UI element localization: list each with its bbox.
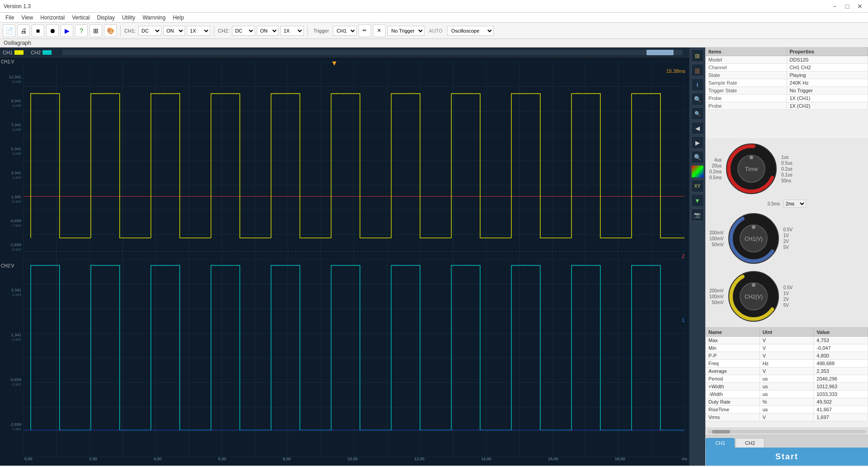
menu-file[interactable]: File (2, 13, 18, 23)
ch2-knob-svg[interactable]: CH2(V) (726, 269, 781, 324)
toolbar: 📄 🖨 ■ ⏺ ▶ ? ⊞ 🎨 CH1: DCACGND ONOFF 1X10X… (0, 23, 868, 39)
y-label-n2659: -2,659-9,902 (0, 243, 23, 252)
ch1-on-select[interactable]: ONOFF (163, 26, 185, 36)
menu-utility[interactable]: Utility (118, 13, 139, 23)
props-value: Playing (787, 71, 868, 79)
stat-name: Vrms (706, 414, 760, 421)
ch1-knob-svg[interactable]: CH1(V) (726, 211, 781, 266)
menu-vertical[interactable]: Vertical (68, 13, 93, 23)
side-zoom-btn2[interactable]: 🔍 (691, 151, 704, 163)
ch1-knob-container[interactable]: CH1(V) (726, 211, 781, 266)
ch2-0.5v: 0.5V (783, 285, 793, 290)
close-button[interactable]: ✕ (855, 2, 864, 11)
menu-display[interactable]: Display (94, 13, 118, 23)
scroll-thumb (646, 50, 674, 55)
scrollbar-track[interactable] (708, 430, 866, 434)
osc-canvas (0, 57, 689, 466)
props-value: 240K Hz (787, 79, 868, 86)
record-button[interactable]: ⏺ (46, 24, 59, 37)
y-label-7341: 7,3412,098 (0, 123, 23, 132)
stat-name: P-P (706, 352, 760, 359)
y-label-9341: 9,3414,098 (0, 99, 23, 108)
menu-help[interactable]: Help (169, 13, 188, 23)
time-knob-container[interactable]: Time (724, 142, 778, 196)
stat-name: Max (706, 337, 760, 344)
trigger-clear-btn[interactable]: ✕ (373, 24, 386, 37)
start-button[interactable]: Start (706, 448, 868, 466)
side-cursor-btn[interactable]: ⊞ (691, 49, 704, 62)
side-camera-btn[interactable]: 📷 (691, 209, 704, 221)
stats-header: Name Uint Value (706, 328, 868, 337)
scrollbar-thumb[interactable] (712, 430, 730, 434)
stat-unit: V (760, 337, 814, 344)
side-measure-btn[interactable]: ||| (691, 64, 704, 76)
time-dropdown[interactable]: 2ms1ms500us (783, 200, 806, 208)
side-right-btn[interactable]: ▶ (691, 136, 704, 149)
trigger-ch-select[interactable]: CH1CH2 (333, 26, 357, 36)
stat-name: Freq (706, 360, 760, 367)
new-button[interactable]: 📄 (3, 24, 15, 37)
props-value: DDS120 (787, 56, 868, 63)
trigger-mode-select[interactable]: No TriggerAutoNormalSingle (387, 26, 425, 36)
stat-value: 488,688 (814, 360, 868, 367)
ch2-probe-select[interactable]: 1X10X100X (280, 26, 304, 36)
time-4us: 4us (709, 157, 722, 162)
auto-label: AUTO (429, 28, 443, 33)
help-button[interactable]: ? (75, 24, 88, 37)
stat-name: +Width (706, 383, 760, 390)
stat-value: 1012,963 (814, 383, 868, 390)
ch2-y-axis: 3,341-1,559 1,341-3,902 -0,659-5,902 -2,… (0, 270, 23, 449)
ch1-scale-right: 0.5V 1V 2V 5V (783, 227, 793, 250)
separator1 (120, 25, 121, 36)
menu-view[interactable]: View (18, 13, 37, 23)
minimize-button[interactable]: − (830, 2, 839, 11)
titlebar: Version 1.3 − □ ✕ (0, 0, 868, 13)
stat-name: Period (706, 375, 760, 382)
side-left-btn[interactable]: ◀ (691, 122, 704, 134)
ch2-knob-container[interactable]: CH2(V) (726, 269, 781, 324)
side-zoom-in-btn[interactable]: 🔍 (691, 93, 704, 105)
stat-unit: Hz (760, 360, 814, 367)
time-20us: 20us (709, 163, 722, 168)
ch1-color-indicator (14, 50, 24, 55)
tab-ch1[interactable]: CH1 (706, 438, 735, 448)
time-0.5us: 0.5us (781, 161, 792, 166)
ch2-coupling-select[interactable]: DCACGND (232, 26, 255, 36)
svg-point-13 (752, 283, 755, 287)
stat-unit: us (760, 406, 814, 413)
svg-point-3 (750, 156, 753, 159)
ch2-on-select[interactable]: ONOFF (257, 26, 278, 36)
grid-button[interactable]: ⊞ (90, 24, 102, 37)
maximize-button[interactable]: □ (843, 2, 852, 11)
menu-horizontal[interactable]: Horizontal (37, 13, 68, 23)
y-label-3341: 3,341-1,902 (0, 171, 23, 180)
side-down-btn[interactable]: ▼ (691, 194, 704, 207)
side-xy-btn[interactable]: XY (691, 180, 704, 192)
ch2-2v: 2V (783, 297, 793, 302)
oscilloscope-display[interactable]: CH1 CH2 CH1:V CH2:V 15.38ms 2 1 ▼ (0, 48, 689, 466)
time-knob-svg[interactable]: Time (724, 142, 778, 196)
print-button[interactable]: 🖨 (17, 24, 30, 37)
ch1-50mv: 50mV (709, 242, 724, 247)
tab-ch2[interactable]: CH2 (736, 438, 764, 448)
menu-warning[interactable]: Warnning (139, 13, 169, 23)
run-button[interactable]: ▶ (61, 24, 73, 37)
color-button[interactable]: 🎨 (104, 24, 117, 37)
side-zoom-out-btn[interactable]: 🔍 (691, 107, 704, 120)
side-color-btn[interactable] (691, 165, 704, 178)
ch2-200mv: 200mV (709, 288, 724, 293)
side-info-btn[interactable]: i (691, 78, 704, 91)
ch2-50mv: 50mV (709, 300, 724, 305)
osc-mode-select[interactable]: OscilloscopeLogic Analyzer (447, 26, 494, 36)
stat-unit: V (760, 352, 814, 359)
stop-button[interactable]: ■ (32, 24, 44, 37)
trigger-edit-btn[interactable]: ✏ (359, 24, 371, 37)
ch1-probe-select[interactable]: 1X10X100X (187, 26, 210, 36)
svg-point-8 (752, 225, 755, 229)
y-label-5341: 5,3410,098 (0, 147, 23, 156)
knobs-area: 4us 20us 0.2ms 0.5ms (706, 138, 868, 328)
ch1-coupling-select[interactable]: DCACGND (138, 26, 161, 36)
trigger-label: Trigger (313, 28, 329, 33)
stat-name: RiseTime (706, 406, 760, 413)
props-row: Sample Rate240K Hz (706, 79, 868, 87)
